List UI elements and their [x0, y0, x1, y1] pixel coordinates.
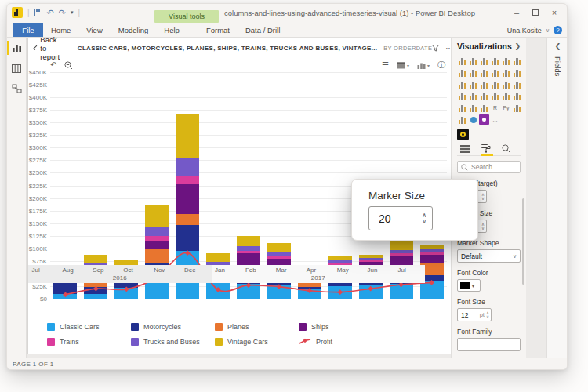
map-icon[interactable]: [457, 91, 467, 101]
legend-item-trains[interactable]: Trains: [47, 334, 131, 349]
x-axis-tick-label: Apr: [307, 267, 316, 274]
profit-marker-jul-12[interactable]: [429, 280, 434, 285]
donut-chart-icon[interactable]: [501, 79, 511, 89]
analytics-tab[interactable]: [502, 144, 510, 153]
legend-item-planes[interactable]: Planes: [215, 319, 299, 334]
back-to-report-button[interactable]: Back to report: [34, 35, 62, 61]
calendar-view-icon[interactable]: [397, 61, 405, 69]
profit-marker-jan-6[interactable]: [246, 282, 252, 288]
format-search-input[interactable]: Search: [457, 161, 521, 173]
legend-label: Vintage Cars: [227, 338, 268, 346]
clustered-bar-chart-icon[interactable]: [479, 56, 489, 66]
profit-marker-nov-4[interactable]: [185, 250, 191, 256]
area-chart-icon[interactable]: [468, 67, 478, 78]
legend-item-classic-cars[interactable]: Classic Cars: [47, 319, 131, 334]
chart-type-icon[interactable]: [417, 61, 426, 69]
profit-marker-jul-0[interactable]: [63, 292, 68, 297]
gauge-icon[interactable]: [490, 91, 500, 101]
100-stacked-column-chart-icon[interactable]: [512, 56, 522, 66]
report-view-button[interactable]: [7, 38, 26, 58]
profit-marker-apr-9[interactable]: [337, 289, 343, 295]
account-chevron-down-icon[interactable]: ∨: [546, 27, 550, 34]
stacked-column-chart-icon[interactable]: [468, 56, 478, 66]
ribbon-chart-icon[interactable]: [512, 67, 522, 78]
pane-scrollbar[interactable]: [522, 198, 524, 285]
advanced-timeseries-custom-visual[interactable]: [457, 129, 469, 140]
undo-icon[interactable]: ↶: [47, 9, 54, 17]
ribbon-tab-format[interactable]: Format: [198, 23, 238, 37]
profit-marker-aug-1[interactable]: [93, 286, 99, 292]
font-size-spinner[interactable]: 12pt∧∨: [457, 308, 492, 321]
treemap-icon[interactable]: [512, 79, 522, 89]
marker-size-popup-spinner[interactable]: 20 ∧ ∨: [368, 206, 433, 230]
line-and-clustered-column-chart-icon[interactable]: [501, 67, 511, 78]
format-tab[interactable]: [481, 144, 491, 153]
legend-item-ships[interactable]: Ships: [299, 319, 383, 334]
show-data-list-icon[interactable]: ☰: [382, 61, 389, 69]
ribbon-tab-view[interactable]: View: [78, 23, 110, 37]
maximize-button[interactable]: [526, 5, 545, 20]
qa-visual-icon[interactable]: [457, 114, 467, 125]
ribbon-tab-data-drill[interactable]: Data / Drill: [238, 23, 288, 37]
powerapps-visual-icon[interactable]: [479, 114, 489, 125]
shape-map-icon[interactable]: [479, 91, 489, 101]
chevron-down-icon[interactable]: ▾: [407, 63, 409, 68]
line-chart-icon[interactable]: [457, 67, 467, 78]
font-family-input[interactable]: [457, 338, 521, 351]
key-influencers-icon[interactable]: [512, 103, 522, 113]
matrix-icon[interactable]: [479, 103, 489, 113]
undo-zoom-icon[interactable]: ↶: [50, 61, 56, 69]
r-script-visual-icon[interactable]: R: [490, 103, 500, 113]
info-icon[interactable]: ⓘ: [437, 61, 445, 69]
collapse-visualizations-chevron-icon[interactable]: ❯: [514, 42, 521, 50]
help-icon[interactable]: ?: [554, 26, 562, 34]
profit-marker-mar-8[interactable]: [307, 288, 312, 293]
profit-marker-may-10[interactable]: [368, 286, 373, 292]
spinner-down-icon[interactable]: ∨: [486, 315, 489, 319]
expand-fields-chevron-icon[interactable]: ❮: [547, 42, 568, 50]
data-view-button[interactable]: [7, 58, 26, 78]
multi-row-card-icon[interactable]: [512, 91, 522, 101]
waterfall-chart-icon[interactable]: [457, 79, 467, 89]
legend-item-vintage-cars[interactable]: Vintage Cars: [215, 334, 299, 349]
profit-marker-sep-2[interactable]: [124, 286, 129, 292]
customize-toolbar-chevron-icon[interactable]: ▾: [71, 9, 74, 16]
spinner-down-icon[interactable]: ∨: [481, 227, 485, 230]
fields-tab[interactable]: [460, 145, 470, 153]
stacked-bar-chart-icon[interactable]: [457, 56, 467, 66]
chevron-down-icon[interactable]: ▾: [427, 63, 430, 68]
redo-icon[interactable]: ↷: [59, 9, 66, 17]
spinner-down-icon[interactable]: ∨: [481, 197, 485, 201]
table-icon[interactable]: [468, 103, 478, 113]
python-visual-icon[interactable]: Py: [501, 103, 511, 113]
legend-item-motorcycles[interactable]: Motorcycles: [131, 319, 215, 334]
marker-shape-dropdown[interactable]: Default∨: [457, 249, 521, 263]
legend-item-profit[interactable]: Profit: [299, 334, 383, 349]
model-view-button[interactable]: [7, 78, 26, 99]
scatter-chart-icon[interactable]: [479, 79, 489, 89]
zoom-out-icon[interactable]: [64, 61, 73, 70]
signed-in-user[interactable]: Una Kosite: [507, 27, 542, 34]
profit-marker-feb-7[interactable]: [277, 284, 282, 289]
pie-chart-icon[interactable]: [490, 79, 500, 89]
more-options-icon[interactable]: ...: [490, 114, 500, 125]
filter-icon[interactable]: [432, 45, 439, 52]
minimize-button[interactable]: –: [507, 5, 526, 20]
legend-item-trucks-and-buses[interactable]: Trucks and Buses: [131, 334, 215, 349]
fields-pane-label[interactable]: Fields: [554, 56, 562, 76]
clustered-column-chart-icon[interactable]: [490, 56, 500, 66]
100-stacked-bar-chart-icon[interactable]: [501, 56, 511, 66]
ribbon-tab-modeling[interactable]: Modeling: [111, 23, 157, 37]
ribbon-tab-help[interactable]: Help: [156, 23, 187, 37]
font-color-picker[interactable]: ▾: [457, 279, 481, 292]
card-icon[interactable]: [501, 91, 511, 101]
close-button[interactable]: ×: [545, 5, 564, 20]
funnel-chart-icon[interactable]: [468, 79, 478, 89]
save-icon[interactable]: [34, 9, 42, 16]
kpi-icon[interactable]: [457, 103, 467, 113]
stacked-area-chart-icon[interactable]: [479, 67, 489, 78]
arcgis-map-icon[interactable]: [468, 114, 478, 125]
line-and-stacked-column-chart-icon[interactable]: [490, 67, 500, 78]
filled-map-icon[interactable]: [468, 91, 478, 101]
spinner-down-icon[interactable]: ∨: [422, 219, 426, 225]
